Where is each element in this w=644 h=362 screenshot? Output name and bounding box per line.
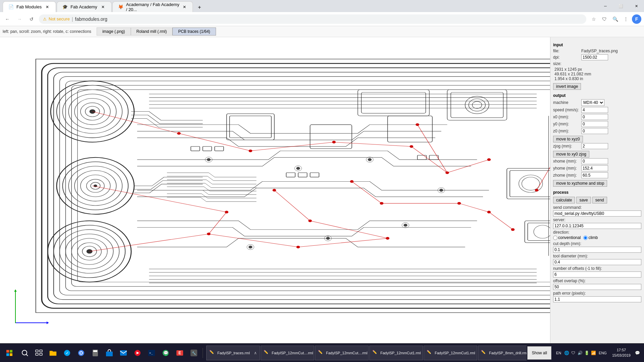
move-xyz0-btn[interactable]: move to xyz0 bbox=[553, 136, 583, 142]
reload-btn[interactable]: ↺ bbox=[27, 14, 36, 24]
xhome-input[interactable] bbox=[581, 158, 608, 164]
tab-label: Academany / Fab Academy / 20... bbox=[126, 2, 179, 12]
security-tray-icon[interactable]: 🛡 bbox=[571, 350, 576, 356]
start-btn[interactable] bbox=[1, 345, 17, 361]
zoom-btn[interactable]: 🔍 bbox=[610, 14, 620, 24]
z0-label: z0 (mm): bbox=[553, 129, 580, 133]
app-label-3: FadyISP_12mmCut....rml bbox=[326, 351, 367, 355]
taskbar-app-4[interactable]: ✏️ FadyISP_12mmCut1.rml ∧ bbox=[369, 346, 423, 360]
conventional-radio-label[interactable]: conventional bbox=[553, 235, 581, 240]
x0-input[interactable] bbox=[581, 114, 608, 120]
profile-btn[interactable]: F bbox=[632, 14, 641, 24]
offset-overlap-input[interactable] bbox=[553, 284, 641, 290]
taskbar-app-6[interactable]: ✏️ FadyISP_8mm_drill.rml ∧ bbox=[478, 346, 527, 360]
terminal-btn[interactable]: >_ bbox=[145, 345, 158, 361]
new-tab-btn[interactable]: + bbox=[195, 3, 204, 12]
search-taskbar-btn[interactable] bbox=[18, 345, 32, 361]
network-icon[interactable]: 🌐 bbox=[564, 350, 569, 356]
tab-pcb-traces[interactable]: PCB traces (1/64) bbox=[172, 27, 216, 36]
tab-image-png[interactable]: image (.png) bbox=[97, 27, 130, 36]
tab-close-btn[interactable]: ✕ bbox=[100, 4, 106, 10]
maximize-btn[interactable]: ⬜ bbox=[613, 0, 629, 12]
pcb-svg bbox=[0, 37, 644, 343]
zhome-input[interactable] bbox=[581, 172, 608, 178]
close-btn[interactable]: ✕ bbox=[629, 0, 644, 12]
size-px: 2931 x 1245 px bbox=[554, 67, 641, 72]
svg-point-120 bbox=[249, 246, 252, 248]
back-btn[interactable]: ← bbox=[3, 14, 12, 24]
svg-text:💬: 💬 bbox=[163, 350, 168, 355]
save-btn[interactable]: save bbox=[576, 197, 591, 203]
app-close-4[interactable]: ∧ bbox=[423, 351, 423, 355]
email-client-btn[interactable]: E bbox=[173, 345, 186, 361]
tab-roland-mill[interactable]: Roland mill (.rml) bbox=[131, 27, 173, 36]
z0-input[interactable] bbox=[581, 128, 608, 134]
network-connections-icon[interactable]: 📶 bbox=[591, 350, 596, 356]
taskbar-app-5[interactable]: ✏️ FadyISP_12mmCut1.rml ∧ bbox=[424, 346, 477, 360]
extension-btn[interactable]: 🛡 bbox=[600, 14, 609, 24]
media-player-btn[interactable] bbox=[131, 345, 144, 361]
svg-text:E: E bbox=[178, 351, 181, 355]
zjog-input[interactable] bbox=[581, 143, 608, 149]
store-btn[interactable] bbox=[103, 345, 116, 361]
antivirus-btn[interactable]: ✓ bbox=[60, 345, 74, 361]
size-in: 1.954 x 0.830 in bbox=[554, 76, 641, 81]
chrome-actions: ☆ 🛡 🔍 ⋮ F bbox=[589, 14, 641, 24]
system-clock[interactable]: 17:57 15/03/2019 bbox=[609, 348, 633, 358]
show-all-btn[interactable]: Show all bbox=[527, 346, 551, 360]
climb-radio[interactable] bbox=[583, 236, 588, 240]
tab-close-btn[interactable]: ✕ bbox=[44, 4, 50, 10]
mail-btn[interactable] bbox=[117, 345, 130, 361]
tab-close-btn[interactable]: ✕ bbox=[182, 4, 187, 10]
num-offsets-input[interactable] bbox=[553, 272, 641, 278]
url-bar[interactable]: ⚠ Not secure | fabmodules.org bbox=[39, 14, 586, 24]
messaging-btn[interactable]: 💬 bbox=[159, 345, 172, 361]
dpi-input[interactable] bbox=[581, 54, 608, 60]
move-xyzhome-btn[interactable]: move to xyzhome and stop bbox=[553, 180, 607, 187]
tab-fab-modules[interactable]: 📄 Fab Modules ✕ bbox=[3, 1, 56, 12]
pcb-canvas-area[interactable] bbox=[0, 37, 644, 343]
forward-btn[interactable]: → bbox=[15, 14, 24, 24]
app-close-5[interactable]: ∧ bbox=[477, 351, 477, 355]
file-explorer-btn[interactable] bbox=[46, 345, 60, 361]
calculate-btn[interactable]: calculate bbox=[553, 197, 575, 203]
chrome-btn[interactable] bbox=[74, 345, 88, 361]
climb-radio-label[interactable]: climb bbox=[583, 235, 598, 240]
bookmark-btn[interactable]: ☆ bbox=[589, 14, 598, 24]
file-value: FadyISP_traces.png bbox=[581, 49, 618, 53]
conventional-radio[interactable] bbox=[553, 236, 557, 240]
svg-rect-137 bbox=[93, 350, 97, 352]
speed-input[interactable] bbox=[581, 107, 608, 113]
tool-diameter-input[interactable] bbox=[553, 259, 641, 265]
machine-select[interactable]: MDX-40 bbox=[581, 99, 604, 106]
path-error-input[interactable] bbox=[553, 296, 641, 302]
tab-academany[interactable]: 🦊 Academany / Fab Academy / 20... ✕ bbox=[112, 1, 193, 12]
y0-input[interactable] bbox=[581, 121, 608, 127]
language-indicator[interactable]: EN bbox=[555, 350, 562, 356]
invert-image-btn[interactable]: invert image bbox=[553, 83, 581, 90]
notifications-icon[interactable]: 💬 bbox=[635, 350, 640, 356]
taskbar: ✓ >_ 💬 E 🔧 ✏️ FadyISP_traces.rml ∧ ✏️ Fa… bbox=[0, 343, 644, 362]
tab-fab-academy[interactable]: 🎓 Fab Academy ✕ bbox=[57, 1, 112, 12]
server-input[interactable] bbox=[553, 223, 641, 229]
move-xyz0-zjog-btn[interactable]: move to xy0 zjog bbox=[553, 151, 589, 158]
app-close-1[interactable]: ∧ bbox=[254, 351, 257, 355]
calculator-btn[interactable] bbox=[89, 345, 102, 361]
taskbar-app-3[interactable]: ✏️ FadyISP_12mmCut....rml ∧ bbox=[315, 346, 369, 360]
battery-icon[interactable]: 🔋 bbox=[584, 350, 589, 356]
send-btn[interactable]: send bbox=[592, 197, 607, 203]
task-view-btn[interactable] bbox=[32, 345, 46, 361]
taskbar-app-1[interactable]: ✏️ FadyISP_traces.rml ∧ bbox=[206, 346, 260, 360]
unknown-btn[interactable]: 🔧 bbox=[187, 345, 201, 361]
yhome-input[interactable] bbox=[581, 165, 608, 171]
svg-rect-0 bbox=[36, 59, 620, 312]
taskbar-app-2[interactable]: ✏️ FadyISP_12mmCut....rml ∧ bbox=[261, 346, 314, 360]
app-label-2: FadyISP_12mmCut....rml bbox=[272, 351, 313, 355]
app-container: left: pan, scroll: zoom, right: rotate, … bbox=[0, 26, 644, 343]
system-tray: EN 🌐 🛡 🔊 🔋 📶 ENG 17:57 15/03/2019 💬 bbox=[552, 348, 643, 358]
volume-icon[interactable]: 🔊 bbox=[577, 350, 583, 356]
minimize-btn[interactable]: ─ bbox=[598, 0, 613, 12]
cut-depth-input[interactable] bbox=[553, 247, 641, 253]
send-command-input[interactable] bbox=[553, 210, 641, 217]
menu-btn[interactable]: ⋮ bbox=[621, 14, 631, 24]
